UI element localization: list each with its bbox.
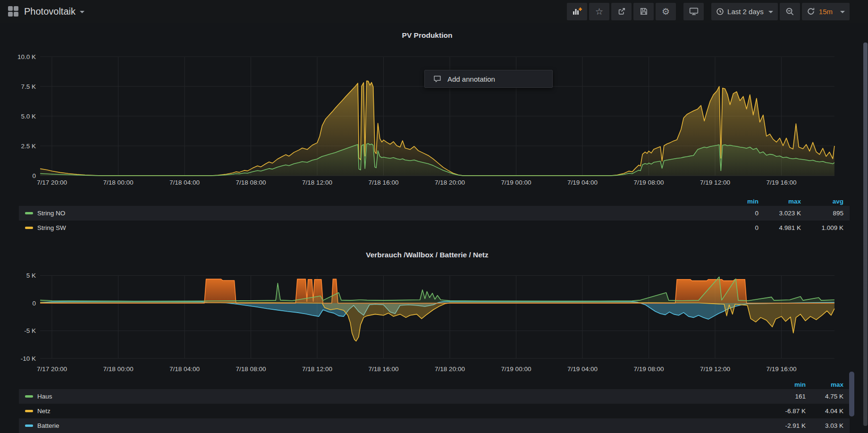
svg-text:7/17 20:00: 7/17 20:00 (37, 365, 67, 373)
svg-text:7/19 04:00: 7/19 04:00 (567, 365, 598, 373)
comment-bubble-icon (433, 75, 441, 83)
svg-text:7/19 12:00: 7/19 12:00 (700, 179, 730, 186)
svg-text:7/19 04:00: 7/19 04:00 (567, 179, 598, 186)
svg-text:7/18 00:00: 7/18 00:00 (103, 365, 134, 373)
svg-text:7/19 00:00: 7/19 00:00 (501, 365, 531, 373)
svg-text:7/19 00:00: 7/19 00:00 (501, 179, 531, 186)
svg-text:7/19 16:00: 7/19 16:00 (767, 179, 797, 186)
svg-text:7/18 12:00: 7/18 12:00 (302, 365, 332, 373)
svg-text:7/18 04:00: 7/18 04:00 (169, 179, 200, 186)
svg-text:7/19 12:00: 7/19 12:00 (700, 365, 730, 373)
svg-text:0: 0 (32, 172, 36, 179)
svg-text:7/18 12:00: 7/18 12:00 (302, 179, 332, 186)
dashboard-scrollbar-thumb[interactable] (849, 372, 854, 416)
annotation-context-menu[interactable]: Add annotation (424, 70, 553, 88)
svg-text:2.5 K: 2.5 K (21, 143, 36, 150)
svg-text:7/18 04:00: 7/18 04:00 (169, 365, 200, 373)
svg-text:7/18 20:00: 7/18 20:00 (435, 365, 465, 373)
svg-text:7/19 16:00: 7/19 16:00 (767, 365, 797, 373)
svg-text:10.0 K: 10.0 K (17, 53, 36, 60)
svg-text:5.0 K: 5.0 K (21, 113, 36, 120)
verbrauch-chart[interactable]: 5 K0-5 K-10 K7/17 20:007/18 00:007/18 04… (21, 272, 834, 373)
charts-canvas: 10.0 K7.5 K5.0 K2.5 K07/17 20:007/18 00:… (0, 0, 868, 433)
svg-text:7/18 16:00: 7/18 16:00 (369, 365, 399, 373)
svg-text:-5 K: -5 K (24, 327, 36, 334)
svg-text:7/18 08:00: 7/18 08:00 (236, 365, 266, 373)
svg-text:7/18 16:00: 7/18 16:00 (369, 179, 399, 186)
svg-text:-10 K: -10 K (21, 355, 36, 362)
svg-text:0: 0 (32, 300, 36, 307)
window-scrollbar[interactable] (863, 42, 868, 426)
svg-text:7/17 20:00: 7/17 20:00 (37, 179, 67, 186)
svg-text:7/19 08:00: 7/19 08:00 (634, 365, 664, 373)
add-annotation-item[interactable]: Add annotation (447, 75, 495, 83)
svg-text:7/18 20:00: 7/18 20:00 (435, 179, 465, 186)
svg-text:7/18 08:00: 7/18 08:00 (236, 179, 266, 186)
svg-text:7/19 08:00: 7/19 08:00 (634, 179, 664, 186)
svg-text:7/18 00:00: 7/18 00:00 (103, 179, 134, 186)
svg-text:5 K: 5 K (26, 272, 36, 279)
grafana-dashboard: 10.0 K7.5 K5.0 K2.5 K07/17 20:007/18 00:… (0, 0, 868, 433)
svg-text:7.5 K: 7.5 K (21, 83, 36, 90)
